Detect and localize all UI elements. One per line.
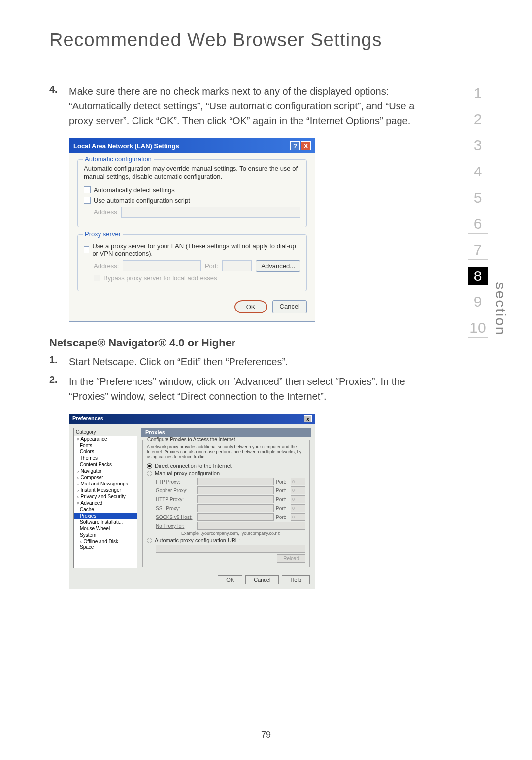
direct-connection-label: Direct connection to the Internet [155,463,232,469]
ftp-proxy-label: FTP Proxy: [156,479,195,484]
bypass-label: Bypass proxy server for local addresses [103,275,217,282]
ssl-port-input: 0 [291,504,305,512]
cancel-button[interactable]: Cancel [272,300,307,313]
section-link-9[interactable]: 9 [468,292,488,311]
step-text: Make sure there are no check marks next … [69,84,438,128]
proxy-address-input [123,260,201,271]
cat-content-packs[interactable]: Content Packs [74,461,137,468]
ftp-port-input: 0 [291,478,305,485]
no-proxy-input [197,522,305,530]
prefs-right-panel: Proxies Configure Proxies to Access the … [141,428,311,568]
netscape-step-1: 1. Start Netscape. Click on “Edit” then … [49,354,438,369]
category-heading: Category [74,428,137,436]
auto-script-label: Use automatic configuration script [94,197,190,204]
section-link-5[interactable]: 5 [468,188,488,207]
no-proxy-label: No Proxy for: [156,523,195,529]
prefs-title: Preferences [72,415,103,422]
section-link-8[interactable]: 8 [468,267,488,285]
step-number: 4. [49,84,69,128]
section-link-2[interactable]: 2 [468,110,488,129]
use-proxy-checkbox[interactable] [84,246,89,253]
section-link-6[interactable]: 6 [468,214,488,234]
http-port-input: 0 [291,495,305,503]
help-icon[interactable]: ? [290,141,300,150]
category-tree[interactable]: Category Appearance Fonts Colors Themes … [73,428,137,568]
auto-proxy-label: Automatic proxy configuration URL: [155,537,240,543]
proxy-port-label: Port: [205,262,218,270]
direct-connection-radio[interactable] [147,463,152,469]
socks-host-label: SOCKS v5 Host: [156,515,195,520]
step-text: In the “Preferences” window, click on “A… [69,374,438,404]
cat-appearance[interactable]: Appearance [74,436,137,442]
auto-detect-label: Automatically detect settings [94,186,175,194]
cat-mail[interactable]: Mail and Newsgroups [74,481,137,487]
cat-im[interactable]: Instant Messenger [74,487,137,493]
socks-host-input [197,513,274,521]
close-icon[interactable]: x [304,415,312,422]
example-text: Example: .yourcompany.com, .yourcompany.… [156,531,305,536]
cat-privacy[interactable]: Privacy and Security [74,493,137,500]
http-proxy-label: HTTP Proxy: [156,497,195,502]
cat-fonts[interactable]: Fonts [74,442,137,449]
auto-script-address-input [121,207,300,218]
port-label: Port: [276,479,289,484]
proxy-port-input [222,260,252,271]
auto-proxy-radio[interactable] [147,538,152,543]
help-button[interactable]: Help [282,575,310,584]
cat-colors[interactable]: Colors [74,449,137,455]
page-number: 79 [261,730,271,740]
address-label: Address [94,208,117,216]
gopher-port-input: 0 [291,486,305,494]
lan-settings-dialog: Local Area Network (LAN) Settings ? X Au… [69,138,315,322]
proxy-address-label: Address: [94,262,119,270]
port-label: Port: [276,515,289,520]
netscape-step-2: 2. In the “Preferences” window, click on… [49,374,438,404]
configure-proxies-group: Configure Proxies to Access the Internet… [142,440,310,567]
cat-proxies[interactable]: Proxies [74,513,137,519]
auto-config-group: Automatic configuration Automatic config… [77,159,307,227]
cat-offline[interactable]: Offline and Disk Space [74,538,137,550]
ssl-proxy-input [197,504,274,512]
section-link-7[interactable]: 7 [468,241,488,260]
cat-mouse[interactable]: Mouse Wheel [74,525,137,532]
cat-software[interactable]: Software Installati... [74,519,137,525]
cat-advanced[interactable]: Advanced [74,500,137,506]
prefs-titlebar: Preferences x [69,414,315,424]
ok-button[interactable]: OK [218,575,242,584]
proxy-group: Proxy server Use a proxy server for your… [77,234,307,291]
step-4: 4. Make sure there are no check marks ne… [49,84,438,128]
section-link-4[interactable]: 4 [468,162,488,181]
manual-proxy-radio[interactable] [147,471,152,476]
use-proxy-label: Use a proxy server for your LAN (These s… [92,242,300,257]
cancel-button[interactable]: Cancel [245,575,279,584]
http-proxy-input [197,495,274,503]
manual-proxy-label: Manual proxy configuration [155,470,220,476]
bypass-checkbox [94,275,100,281]
section-link-10[interactable]: 10 [468,318,488,338]
proxies-desc: A network proxy provides additional secu… [147,444,305,460]
step-number: 2. [49,374,69,404]
port-label: Port: [276,488,289,493]
gopher-proxy-input [197,486,274,494]
ftp-proxy-input [197,478,274,485]
auto-script-checkbox[interactable] [84,197,91,204]
proxies-heading: Proxies [141,428,311,437]
step-number: 1. [49,354,69,369]
section-label: section [492,282,508,336]
preferences-dialog: Preferences x Category Appearance Fonts … [69,414,315,589]
cat-cache[interactable]: Cache [74,506,137,513]
close-icon[interactable]: X [301,141,311,150]
cat-navigator[interactable]: Navigator [74,468,137,474]
auto-proxy-url-input [156,545,305,553]
netscape-heading: Netscape® Navigator® 4.0 or Higher [49,337,438,349]
page-title: Recommended Web Browser Settings [49,30,498,54]
socks-port-input: 0 [291,513,305,521]
cat-themes[interactable]: Themes [74,455,137,461]
section-link-1[interactable]: 1 [468,84,488,103]
ok-button[interactable]: OK [234,300,267,313]
section-link-3[interactable]: 3 [468,136,488,155]
cat-composer[interactable]: Composer [74,474,137,481]
auto-detect-checkbox[interactable] [84,186,91,193]
advanced-button[interactable]: Advanced... [256,260,300,272]
cat-system[interactable]: System [74,532,137,538]
